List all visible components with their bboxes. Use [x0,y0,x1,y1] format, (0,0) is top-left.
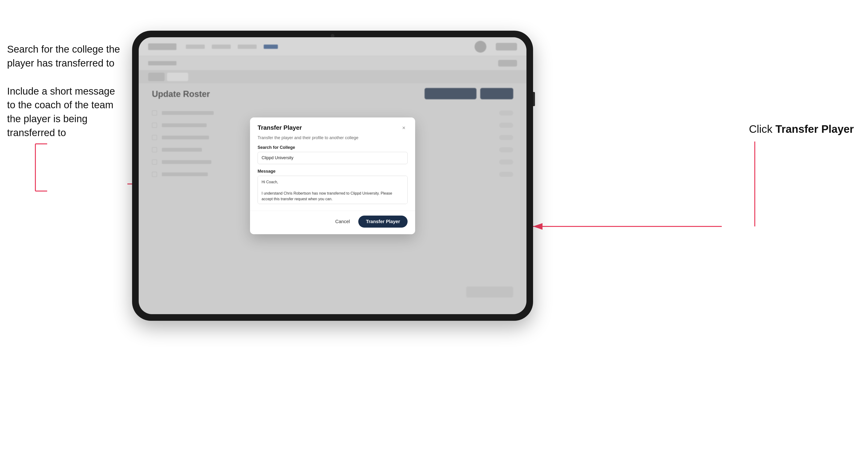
dialog-header: Transfer Player × [250,118,415,135]
dialog-footer: Cancel Transfer Player [250,211,415,234]
dialog-body: Search for College Message Hi Coach, I u… [250,145,415,211]
ipad-frame: Update Roster [132,31,533,321]
dialog-title: Transfer Player [257,124,302,131]
dialog-subtitle: Transfer the player and their profile to… [250,135,415,145]
annotation-message-text: Include a short message to the coach of … [7,85,125,140]
annotation-right: Click Transfer Player [749,123,854,135]
ipad-screen: Update Roster [139,37,526,314]
message-textarea[interactable]: Hi Coach, I understand Chris Robertson h… [257,176,408,204]
modal-overlay: Transfer Player × Transfer the player an… [139,37,526,314]
search-college-input[interactable] [257,152,408,164]
annotation-left: Search for the college the player has tr… [7,42,125,154]
annotation-search-text: Search for the college the player has tr… [7,42,125,70]
ipad-side-button [533,92,535,106]
search-college-label: Search for College [257,145,408,150]
transfer-player-button[interactable]: Transfer Player [358,216,408,228]
dialog-close-button[interactable]: × [400,124,408,132]
transfer-player-dialog: Transfer Player × Transfer the player an… [250,118,415,234]
message-label: Message [257,169,408,174]
annotation-transfer-bold: Transfer Player [776,123,854,135]
cancel-button[interactable]: Cancel [331,217,354,227]
